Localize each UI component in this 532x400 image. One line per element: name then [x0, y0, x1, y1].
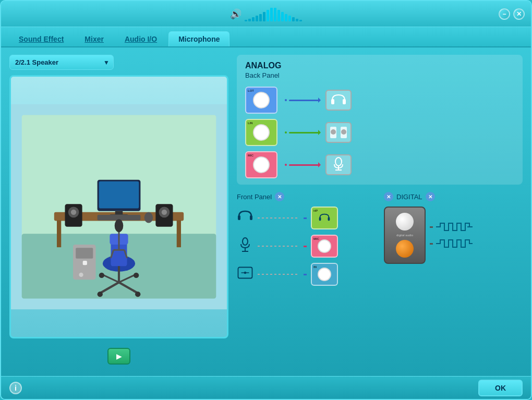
device-headphones-icon [325, 90, 352, 111]
port-mic-circle [253, 156, 270, 173]
digital-box: digital audio [384, 207, 426, 264]
svg-point-28 [99, 273, 104, 278]
svg-rect-31 [76, 248, 93, 259]
port-front-hp-label: HP [313, 209, 318, 212]
dashed-line-line [258, 274, 299, 275]
port-mic-label: MIC [248, 154, 253, 157]
play-button-area: ▶ [9, 344, 228, 369]
analog-title: ANALOG [245, 61, 514, 70]
svg-point-26 [98, 292, 103, 297]
headphone-icon [237, 210, 253, 226]
app-window: 🔊 − ✕ Sound Effect Mixer Audio I/O Micro… [0, 0, 532, 400]
svg-point-45 [335, 157, 342, 166]
tab-sound-effect[interactable]: Sound Effect [9, 31, 73, 46]
dashed-line-hp [258, 217, 299, 219]
play-button[interactable]: ▶ [107, 348, 130, 365]
digital-area: ✕ DIGITAL ✕ digital audio [384, 192, 523, 264]
front-line-icon [237, 265, 253, 283]
analog-row-mic: MIC [245, 151, 514, 178]
port-front-line[interactable]: IN [311, 263, 338, 286]
digital-circle-orange [396, 240, 414, 258]
digital-signal-2 [430, 238, 473, 249]
port-lineout-label: LOT [248, 89, 254, 92]
svg-point-27 [135, 292, 140, 297]
room-visualization [9, 75, 228, 338]
port-front-mic-label: MIC [313, 237, 319, 240]
svg-rect-7 [99, 181, 139, 209]
svg-point-15 [162, 210, 167, 215]
minimize-button[interactable]: − [499, 8, 510, 20]
svg-point-17 [144, 212, 153, 223]
arrow-mic [289, 164, 320, 166]
port-lineout[interactable]: LOT [245, 87, 277, 114]
port-front-line-circle [318, 268, 331, 281]
digital-signals [430, 221, 473, 249]
port-lineout-circle [253, 92, 270, 108]
front-panel-title: Front Panel ✕ [237, 192, 376, 201]
port-front-hp[interactable]: HP [311, 207, 338, 229]
svg-rect-50 [319, 217, 321, 221]
device-mic-icon [325, 154, 352, 175]
tab-mixer[interactable]: Mixer [75, 31, 113, 46]
arrow-linein [289, 132, 320, 134]
port-linein[interactable]: LIN [245, 119, 277, 146]
front-panel-x-badge[interactable]: ✕ [275, 192, 284, 201]
tab-microphone[interactable]: Microphone [168, 31, 229, 46]
svg-point-52 [243, 238, 248, 245]
svg-rect-40 [343, 99, 346, 104]
speaker-icon: 🔊 [230, 8, 241, 20]
svg-rect-39 [331, 99, 334, 104]
front-rows: HP [237, 207, 376, 286]
digital-circle-white [396, 213, 414, 231]
speaker-select-wrapper: 2/2.1 Speaker 4.1 Speaker 5.1 Speaker 7.… [9, 55, 114, 70]
analog-rows: LOT [245, 87, 514, 178]
close-button[interactable]: ✕ [513, 8, 525, 20]
device-speakers-icon [325, 122, 352, 143]
analog-section: ANALOG Back Panel LOT [237, 55, 523, 185]
svg-rect-32 [83, 261, 87, 265]
volume-bars [245, 7, 302, 21]
speaker-select[interactable]: 2/2.1 Speaker 4.1 Speaker 5.1 Speaker 7.… [9, 55, 114, 70]
svg-point-57 [244, 272, 247, 274]
digital-signal-1 [430, 221, 473, 233]
bottom-section: Front Panel ✕ [237, 192, 523, 286]
port-front-line-label: IN [313, 265, 317, 269]
title-bar: 🔊 − ✕ [1, 1, 531, 27]
digital-x-badge-2[interactable]: ✕ [426, 192, 435, 201]
footer: i OK [1, 376, 531, 399]
svg-point-44 [341, 129, 346, 135]
svg-rect-4 [57, 220, 61, 247]
front-row-mic: MIC [237, 235, 376, 258]
svg-point-42 [331, 129, 336, 135]
analog-row-lineout: LOT [245, 87, 514, 114]
title-controls: − ✕ [499, 8, 525, 20]
svg-point-33 [79, 273, 83, 277]
port-front-mic[interactable]: MIC [311, 235, 338, 258]
tab-audio-io[interactable]: Audio I/O [115, 31, 166, 46]
volume-display: 🔊 [230, 7, 302, 21]
port-linein-label: LIN [248, 122, 253, 125]
digital-title: ✕ DIGITAL ✕ [384, 192, 523, 201]
dashed-line-mic [258, 246, 299, 247]
svg-rect-5 [177, 220, 181, 247]
right-panel: ANALOG Back Panel LOT [237, 55, 523, 369]
port-front-mic-circle [318, 239, 331, 253]
svg-rect-51 [328, 217, 330, 221]
port-mic[interactable]: MIC [245, 151, 277, 178]
front-row-headphone: HP [237, 207, 376, 229]
info-button[interactable]: i [9, 382, 22, 394]
svg-rect-48 [238, 215, 240, 220]
analog-row-linein: LIN [245, 119, 514, 146]
front-mic-icon [237, 237, 253, 256]
main-content: 2/2.1 Speaker 4.1 Speaker 5.1 Speaker 7.… [1, 47, 531, 376]
left-panel: 2/2.1 Speaker 4.1 Speaker 5.1 Speaker 7.… [9, 55, 228, 369]
digital-x-badge[interactable]: ✕ [384, 192, 393, 201]
ok-button[interactable]: OK [478, 380, 523, 396]
front-panel-area: Front Panel ✕ [237, 192, 376, 286]
arrow-lineout [289, 100, 320, 101]
svg-point-29 [134, 273, 139, 278]
tabs-bar: Sound Effect Mixer Audio I/O Microphone [1, 27, 531, 47]
svg-point-12 [71, 210, 76, 215]
front-row-line: IN [237, 263, 376, 286]
digital-audio-label: digital audio [390, 234, 419, 237]
